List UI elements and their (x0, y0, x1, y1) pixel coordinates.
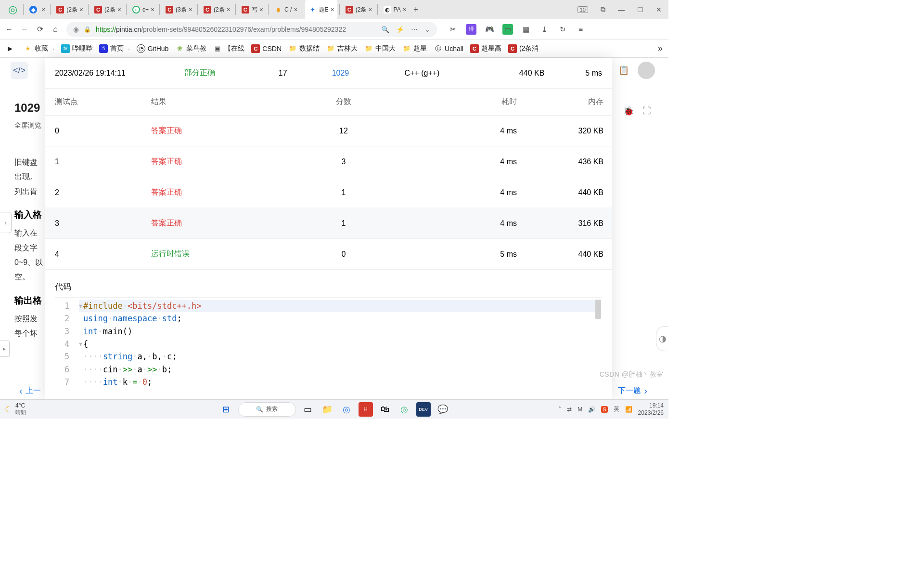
bookmark-favicon-icon: C (470, 44, 479, 53)
browser-tab[interactable]: ○c+× (128, 0, 157, 19)
browser-tab[interactable]: ◐PA× (380, 0, 410, 19)
tab-close-icon[interactable]: × (41, 6, 45, 13)
nav-back-icon[interactable]: ← (5, 25, 13, 34)
bookmark-item[interactable]: 📁吉林大 (326, 44, 358, 53)
window-maximize-icon[interactable]: ☐ (637, 6, 643, 13)
window-collections-icon[interactable]: ⧉ (601, 5, 605, 13)
bookmark-item[interactable]: CCSDN (251, 44, 282, 53)
browser-tab[interactable]: C写× (238, 0, 266, 19)
sidebar-collapse-icon[interactable]: › (0, 212, 12, 233)
next-problem-link[interactable]: 下一题› (618, 385, 647, 396)
tray-ime-icon[interactable]: M (578, 406, 582, 413)
bookmark-item[interactable]: 📁超星 (402, 44, 427, 53)
tray-lang-icon[interactable]: 英 (614, 405, 619, 413)
table-row: 1 答案正确 3 4 ms 436 KB (45, 146, 612, 177)
gamepad-icon[interactable]: 🎮 (484, 24, 495, 35)
bookmarks-overflow-icon[interactable]: » (658, 43, 663, 53)
hamburger-menu-icon[interactable]: ≡ (576, 24, 586, 35)
taskbar-search[interactable]: 🔍 搜索 (238, 402, 296, 417)
app-icon[interactable]: H (359, 402, 373, 417)
tray-sync-icon[interactable]: ⇄ (567, 406, 572, 413)
browser-tab[interactable]: C(2条× (342, 0, 375, 19)
tray-chevron-icon[interactable]: ˄ (558, 406, 561, 413)
bookmark-item[interactable]: ◔GitHub (137, 44, 169, 53)
code-content[interactable]: ▼#include·<bits/stdc++.h>▼using·namespac… (74, 298, 602, 390)
browser-tab[interactable]: ⬮C /× (270, 0, 301, 19)
browser-tab[interactable]: C(3条× (162, 0, 195, 19)
weather-widget[interactable]: ☾ 4°C晴朗 (5, 402, 26, 416)
tray-volume-icon[interactable]: 🔊 (588, 406, 595, 413)
browser2-icon[interactable]: ◎ (397, 402, 411, 417)
nav-reload-icon[interactable]: ⟳ (36, 25, 44, 34)
code-scrollbar[interactable] (595, 300, 601, 377)
chevron-down-icon[interactable]: ⌄ (424, 26, 430, 33)
devcpp-icon[interactable]: DEV (416, 402, 431, 417)
bookmark-item[interactable]: ⓊUchall (434, 44, 463, 53)
bookmark-item[interactable]: tv哔哩哔 (61, 44, 92, 53)
bookmark-item[interactable]: C超星高 (470, 44, 501, 53)
tray-wifi-icon[interactable]: 📶 (625, 406, 632, 413)
tab-close-icon[interactable]: × (189, 6, 192, 13)
bookmark-item[interactable]: ▶ (6, 44, 17, 53)
window-minimize-icon[interactable]: — (618, 6, 625, 13)
bookmark-item[interactable]: 当首页· (99, 44, 130, 53)
tab-close-icon[interactable]: × (259, 6, 263, 13)
clipboard-icon[interactable]: 📋 (618, 65, 629, 76)
table-row: 2023/02/26 19:14:11 部分正确 17 1029 C++ (g+… (45, 58, 612, 89)
url-input[interactable]: ◉ 🔒 https://pintia.cn/problem-sets/99480… (66, 22, 437, 37)
site-identity-icon[interactable]: ◉ (73, 26, 79, 33)
prev-problem-link[interactable]: ‹上一 (19, 385, 41, 396)
site-logo-icon[interactable]: </> (11, 62, 28, 79)
browser-tab[interactable]: C(2条× (90, 0, 124, 19)
tab-count-badge[interactable]: 10 (578, 6, 588, 13)
edge-icon[interactable]: ◎ (339, 402, 354, 417)
browser-tab[interactable]: C(2条× (200, 0, 233, 19)
tab-close-icon[interactable]: × (79, 6, 83, 13)
browser-tab[interactable]: ◈× (26, 0, 48, 19)
submission-summary-table: 2023/02/26 19:14:11 部分正确 17 1029 C++ (g+… (45, 58, 612, 89)
tab-close-icon[interactable]: × (331, 6, 334, 13)
tab-close-icon[interactable]: × (227, 6, 231, 13)
bug-icon[interactable]: 🐞 (623, 106, 634, 117)
new-tab-button[interactable]: + (410, 0, 422, 19)
problem-link[interactable]: 1029 (309, 69, 372, 78)
scissors-icon[interactable]: ✂ (448, 24, 458, 35)
bookmark-item[interactable]: C(2条消 (508, 44, 539, 53)
search-url-icon[interactable]: 🔍 (381, 26, 389, 33)
left-drawer-handle-icon[interactable]: ▸ (0, 341, 10, 357)
tab-close-icon[interactable]: × (294, 6, 297, 13)
book-icon[interactable]: ▭ (502, 24, 513, 35)
download-icon[interactable]: ⤓ (539, 24, 550, 35)
tab-close-icon[interactable]: × (403, 6, 407, 13)
expand-icon[interactable]: ⛶ (642, 106, 651, 117)
bookmark-item[interactable]: 📁中国大 (364, 44, 396, 53)
floating-help-icon[interactable]: ◑ (656, 326, 668, 351)
taskbar-clock[interactable]: 19:142023/2/26 (638, 402, 664, 416)
history-icon[interactable]: ↻ (557, 24, 568, 35)
user-avatar[interactable] (638, 62, 655, 79)
wechat-icon[interactable]: 💬 (436, 402, 450, 417)
browser-tab[interactable]: C(2条× (52, 0, 86, 19)
flash-icon[interactable]: ⚡ (396, 26, 404, 33)
explorer-icon[interactable]: 📁 (320, 402, 334, 417)
tab-close-icon[interactable]: × (368, 6, 372, 13)
bookmark-item[interactable]: ★收藏· (24, 44, 54, 53)
apps-grid-icon[interactable]: ▦ (521, 24, 531, 35)
nav-home-icon[interactable]: ⌂ (51, 25, 60, 34)
start-menu-icon[interactable]: ⊞ (219, 402, 233, 417)
url-menu-icon[interactable]: ⋯ (411, 26, 418, 33)
tray-sogou-icon[interactable]: S (601, 406, 607, 413)
store-icon[interactable]: 🛍 (378, 402, 392, 417)
watermark-text: CSDN @胖柚丶教室 (600, 370, 664, 379)
browser-tab[interactable]: ✦题E× (305, 0, 337, 19)
tab-close-icon[interactable]: × (151, 6, 154, 13)
tab-close-icon[interactable]: × (117, 6, 121, 13)
translate-icon[interactable]: 译 (466, 24, 476, 35)
window-close-icon[interactable]: ✕ (656, 6, 662, 13)
bookmark-item[interactable]: ▣【在线 (213, 44, 244, 53)
task-view-icon[interactable]: ▭ (301, 402, 315, 417)
bookmark-item[interactable]: ❀菜鸟教 (175, 44, 206, 53)
bookmark-favicon-icon: 📁 (364, 44, 373, 53)
bookmark-item[interactable]: 📁数据结 (288, 44, 320, 53)
code-section-label: 代码 (45, 270, 612, 297)
